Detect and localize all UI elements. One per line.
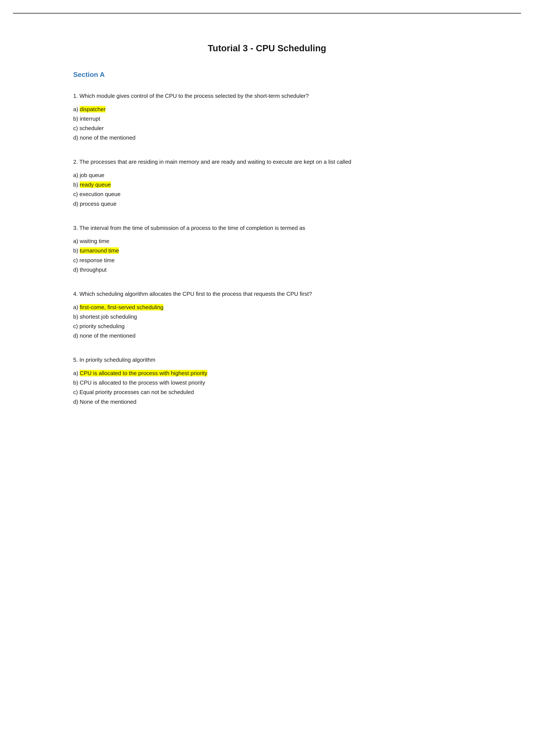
highlighted-answer: ready queue bbox=[80, 181, 111, 188]
question-4-option-3: c) priority scheduling bbox=[73, 321, 461, 331]
question-5-text: 5. In priority scheduling algorithm bbox=[73, 356, 461, 364]
question-4-option-4: d) none of the mentioned bbox=[73, 331, 461, 340]
question-3-option-4: d) throughput bbox=[73, 265, 461, 275]
question-3-option-2: b) turnaround time bbox=[73, 246, 461, 255]
question-1: 1. Which module gives control of the CPU… bbox=[73, 92, 461, 143]
question-4-option-1: a) first-come, first-served scheduling bbox=[73, 303, 461, 312]
question-3-text: 3. The interval from the time of submiss… bbox=[73, 224, 461, 233]
question-2-option-1: a) job queue bbox=[73, 171, 461, 180]
question-3-option-3: c) response time bbox=[73, 256, 461, 265]
highlighted-answer: dispatcher bbox=[80, 106, 106, 113]
top-border-line bbox=[13, 13, 521, 14]
question-5-option-1: a) CPU is allocated to the process with … bbox=[73, 368, 461, 378]
question-5-option-4: d) None of the mentioned bbox=[73, 397, 461, 407]
question-2-option-4: d) process queue bbox=[73, 199, 461, 208]
question-2-option-2: b) ready queue bbox=[73, 180, 461, 189]
question-2-text: 2. The processes that are residing in ma… bbox=[73, 157, 461, 167]
question-5: 5. In priority scheduling algorithma) CP… bbox=[73, 356, 461, 406]
question-3: 3. The interval from the time of submiss… bbox=[73, 224, 461, 275]
section-a-heading: Section A bbox=[73, 71, 461, 79]
question-1-option-2: b) interrupt bbox=[73, 114, 461, 123]
questions-container: 1. Which module gives control of the CPU… bbox=[73, 92, 461, 407]
highlighted-answer: first-come, first-served scheduling bbox=[80, 304, 164, 310]
highlighted-answer: turnaround time bbox=[80, 247, 119, 254]
page-title: Tutorial 3 - CPU Scheduling bbox=[73, 43, 461, 53]
question-5-option-2: b) CPU is allocated to the process with … bbox=[73, 378, 461, 387]
question-4-option-2: b) shortest job scheduling bbox=[73, 312, 461, 321]
question-4-text: 4. Which scheduling algorithm allocates … bbox=[73, 289, 461, 299]
question-2: 2. The processes that are residing in ma… bbox=[73, 157, 461, 208]
question-1-text: 1. Which module gives control of the CPU… bbox=[73, 92, 461, 101]
question-4: 4. Which scheduling algorithm allocates … bbox=[73, 289, 461, 340]
page: Tutorial 3 - CPU Scheduling Section A 1.… bbox=[0, 0, 534, 756]
question-1-option-4: d) none of the mentioned bbox=[73, 133, 461, 143]
question-1-option-3: c) scheduler bbox=[73, 123, 461, 133]
question-3-option-1: a) waiting time bbox=[73, 236, 461, 246]
question-5-option-3: c) Equal priority processes can not be s… bbox=[73, 387, 461, 397]
question-2-option-3: c) execution queue bbox=[73, 189, 461, 199]
question-1-option-1: a) dispatcher bbox=[73, 104, 461, 114]
highlighted-answer: CPU is allocated to the process with hig… bbox=[80, 370, 207, 376]
